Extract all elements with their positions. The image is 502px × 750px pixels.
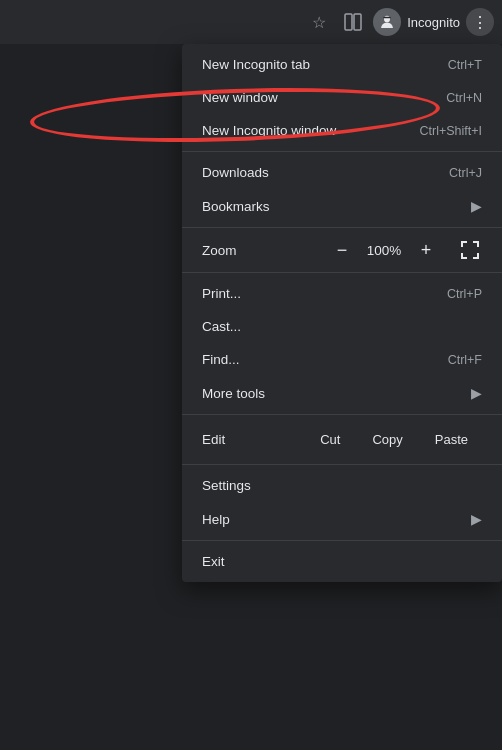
edit-row: Edit Cut Copy Paste	[182, 419, 502, 460]
split-view-icon[interactable]	[339, 8, 367, 36]
more-menu-button[interactable]: ⋮	[466, 8, 494, 36]
incognito-avatar	[373, 8, 401, 36]
svg-rect-3	[383, 17, 391, 19]
paste-button[interactable]: Paste	[421, 427, 482, 452]
zoom-controls: − 100% +	[330, 238, 482, 262]
menu-item-new-incognito-window[interactable]: New Incognito window Ctrl+Shift+I	[182, 114, 502, 147]
divider-2	[182, 227, 502, 228]
menu-item-settings[interactable]: Settings	[182, 469, 502, 502]
menu-item-downloads[interactable]: Downloads Ctrl+J	[182, 156, 502, 189]
menu-item-new-incognito-tab[interactable]: New Incognito tab Ctrl+T	[182, 48, 502, 81]
divider-1	[182, 151, 502, 152]
divider-4	[182, 414, 502, 415]
edit-actions: Cut Copy Paste	[306, 427, 482, 452]
divider-3	[182, 272, 502, 273]
svg-rect-0	[345, 14, 352, 30]
fullscreen-button[interactable]	[458, 238, 482, 262]
menu-item-bookmarks[interactable]: Bookmarks ▶	[182, 189, 502, 223]
zoom-value: 100%	[364, 243, 404, 258]
menu-item-print[interactable]: Print... Ctrl+P	[182, 277, 502, 310]
tab-bar: ☆ Incognito ⋮	[0, 0, 502, 44]
menu-item-exit[interactable]: Exit	[182, 545, 502, 578]
svg-point-2	[384, 16, 390, 23]
zoom-out-button[interactable]: −	[330, 238, 354, 262]
menu-item-find[interactable]: Find... Ctrl+F	[182, 343, 502, 376]
menu-item-more-tools[interactable]: More tools ▶	[182, 376, 502, 410]
divider-6	[182, 540, 502, 541]
zoom-row: Zoom − 100% +	[182, 232, 502, 268]
incognito-label: Incognito	[407, 15, 460, 30]
cut-button[interactable]: Cut	[306, 427, 354, 452]
svg-rect-1	[354, 14, 361, 30]
context-menu: New Incognito tab Ctrl+T New window Ctrl…	[182, 44, 502, 582]
menu-item-help[interactable]: Help ▶	[182, 502, 502, 536]
menu-item-new-window[interactable]: New window Ctrl+N	[182, 81, 502, 114]
copy-button[interactable]: Copy	[358, 427, 416, 452]
divider-5	[182, 464, 502, 465]
bookmark-icon[interactable]: ☆	[305, 8, 333, 36]
zoom-in-button[interactable]: +	[414, 238, 438, 262]
menu-item-cast[interactable]: Cast...	[182, 310, 502, 343]
